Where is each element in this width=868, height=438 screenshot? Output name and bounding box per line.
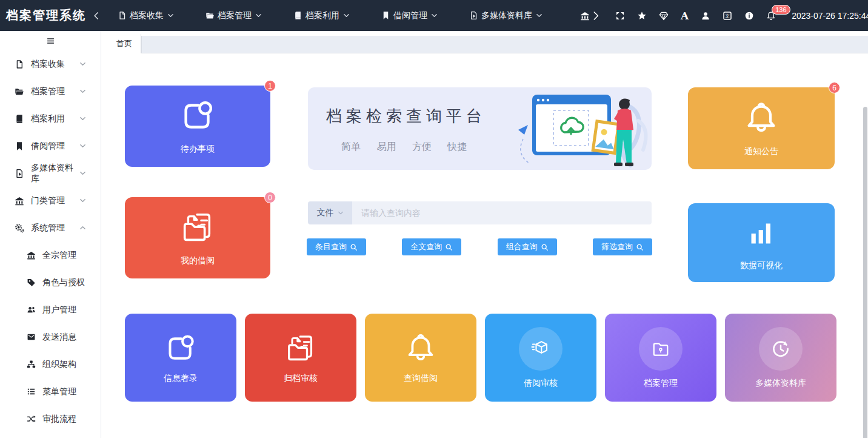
folder-document-icon	[284, 332, 318, 366]
sidebar-item-label: 用户管理	[42, 305, 76, 315]
book-icon	[15, 114, 24, 124]
nav-item-borrow-manage[interactable]: 借阅管理	[381, 10, 441, 21]
chevron-down-icon	[79, 197, 86, 204]
sidebar-item-label: 多媒体资料库	[31, 163, 79, 184]
combined-query-button[interactable]: 组合查询	[498, 238, 557, 255]
sidebar-subitem-user-manage[interactable]: 用户管理	[0, 296, 101, 323]
sidebar-subitem-org-structure[interactable]: 组织架构	[0, 351, 101, 378]
fullscreen-icon[interactable]	[615, 11, 625, 21]
sidebar-item-archive-manage[interactable]: 档案管理	[0, 78, 101, 105]
sidebar-item-label: 组织架构	[42, 359, 76, 370]
nav-item-label: 档案收集	[130, 10, 164, 21]
font-size-icon[interactable]: A	[681, 10, 689, 22]
gem-icon[interactable]	[659, 11, 669, 21]
my-borrow-card[interactable]: 我的借阅 0	[125, 197, 270, 278]
search-type-select[interactable]: 文件	[308, 201, 352, 224]
folder-lock-icon	[649, 337, 673, 361]
chevron-down-icon	[79, 115, 86, 122]
scrollbar-thumb[interactable]	[863, 107, 867, 438]
sidebar-item-label: 档案管理	[31, 86, 65, 97]
tab-home[interactable]: 首页	[108, 34, 141, 53]
search-input[interactable]	[352, 201, 652, 224]
fulltext-query-button[interactable]: 全文查询	[402, 238, 461, 255]
top-nav: 档案收集 档案管理 档案利用 借阅管理 多媒体资料库	[118, 10, 574, 21]
shortcut-archive-review[interactable]: 归档审核	[245, 314, 356, 402]
shortcut-info-entry[interactable]: 信息著录	[125, 314, 236, 402]
nav-item-archive-use[interactable]: 档案利用	[293, 10, 353, 21]
data-visualization-card[interactable]: 数据可视化	[688, 203, 835, 282]
bank-icon	[27, 251, 36, 260]
notice-card[interactable]: 通知公告 6	[688, 87, 835, 169]
sidebar-item-category-manage[interactable]: 门类管理	[0, 187, 101, 214]
search-type-value: 文件	[317, 207, 334, 218]
sidebar-subitem-send-message[interactable]: 发送消息	[0, 323, 101, 351]
sidebar-item-label: 全宗管理	[42, 250, 76, 261]
nav-item-multimedia[interactable]: 多媒体资料库	[469, 10, 546, 21]
sidebar-item-label: 档案收集	[31, 59, 65, 70]
shortcut-multimedia-library[interactable]: 多媒体资料库	[725, 314, 836, 402]
search-icon	[350, 243, 358, 251]
sidebar-subitem-fonds-manage[interactable]: 全宗管理	[0, 241, 101, 269]
user-icon[interactable]	[701, 11, 710, 21]
tag-icon	[27, 278, 36, 287]
shortcut-archive-manage[interactable]: 档案管理	[605, 314, 716, 402]
sidebar-subitem-roles-auth[interactable]: 角色与授权	[0, 269, 101, 296]
todo-card[interactable]: 待办事项 1	[125, 86, 270, 167]
sidebar-item-system-manage[interactable]: 系统管理	[0, 214, 101, 241]
button-label: 组合查询	[506, 241, 538, 252]
clipboard-icon	[179, 98, 216, 135]
banner-subtitle: 简单 易用 方便 快捷	[341, 141, 467, 153]
shortcut-borrow-review[interactable]: 借阅审核	[485, 314, 596, 402]
chevron-down-icon	[255, 12, 262, 19]
search-platform-banner: 档案检索查询平台 简单 易用 方便 快捷	[308, 87, 652, 170]
bell-icon[interactable]: 136	[766, 11, 776, 21]
bank-icon[interactable]	[580, 11, 590, 21]
button-label: 筛选查询	[601, 241, 633, 252]
bank-icon	[15, 196, 24, 206]
nav-overflow-arrow-icon[interactable]	[591, 11, 601, 21]
shortcut-row: 信息著录 归档审核 查询借阅 借阅审核 档案管理	[125, 314, 845, 402]
sidebar-item-label: 档案利用	[31, 113, 65, 124]
chevron-down-icon	[79, 61, 86, 67]
card-label: 查询借阅	[404, 373, 438, 384]
media-file-icon	[469, 11, 478, 20]
card-label: 借阅审核	[524, 378, 558, 389]
clipboard-icon	[164, 332, 198, 366]
sidebar-item-archive-collect[interactable]: 档案收集	[0, 50, 101, 78]
file-icon	[118, 11, 127, 20]
icon-circle	[639, 327, 683, 371]
filter-query-button[interactable]: 筛选查询	[593, 238, 652, 255]
sidebar-subitem-menu-manage[interactable]: 菜单管理	[0, 378, 101, 405]
shortcut-query-borrow[interactable]: 查询借阅	[365, 314, 476, 402]
sidebar-item-borrow-manage[interactable]: 借阅管理	[0, 132, 101, 160]
translate-icon[interactable]	[723, 11, 732, 21]
list-icon	[27, 387, 36, 396]
search-icon	[445, 243, 453, 251]
icon-circle	[519, 327, 563, 371]
bookmark-icon	[15, 141, 24, 151]
chevron-down-icon	[431, 12, 438, 19]
button-label: 全文查询	[410, 241, 442, 252]
folder-document-icon	[179, 209, 216, 247]
gears-icon	[15, 223, 24, 233]
scrollbar-track[interactable]	[863, 107, 868, 438]
entry-query-button[interactable]: 条目查询	[307, 238, 366, 255]
nav-item-archive-manage[interactable]: 档案管理	[205, 10, 265, 21]
hamburger-menu-icon[interactable]	[0, 31, 101, 50]
sidebar-item-multimedia[interactable]: 多媒体资料库	[0, 160, 101, 187]
sidebar: 档案收集 档案管理 档案利用 借阅管理 多媒体资料库 门类管理 系统管理 全宗管…	[0, 31, 101, 438]
query-button-row: 条目查询 全文查询 组合查询 筛选查询	[307, 238, 652, 255]
chevron-down-icon	[343, 12, 350, 19]
nav-item-archive-collect[interactable]: 档案收集	[118, 10, 177, 21]
main-area: 首页 待办事项 1 档案检索查询平台 简单 易用 方便 快捷	[102, 31, 868, 438]
search-icon	[541, 243, 549, 251]
collapse-sidebar-icon[interactable]	[92, 12, 101, 20]
sidebar-item-label: 角色与授权	[42, 277, 85, 288]
card-label: 我的借阅	[181, 255, 215, 266]
info-icon[interactable]	[744, 11, 754, 21]
card-label: 归档审核	[284, 373, 318, 384]
sidebar-item-archive-use[interactable]: 档案利用	[0, 105, 101, 132]
banner-title: 档案检索查询平台	[326, 106, 486, 127]
star-icon[interactable]	[637, 11, 647, 21]
sidebar-subitem-approval-flow[interactable]: 审批流程	[0, 405, 101, 433]
